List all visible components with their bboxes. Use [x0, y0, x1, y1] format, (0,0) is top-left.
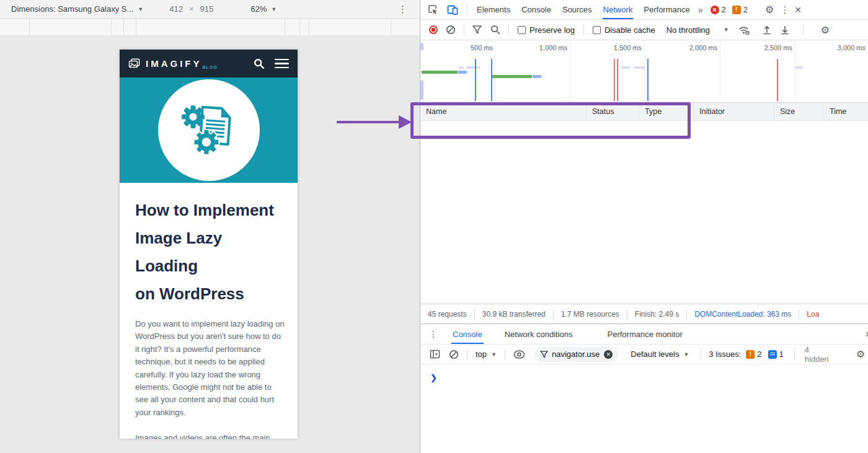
zoom-select[interactable]: 62% — [250, 4, 267, 14]
device-toolbar-menu-icon[interactable]: ⋮ — [398, 4, 407, 15]
search-icon[interactable] — [254, 58, 265, 69]
chevron-down-icon[interactable]: ▼ — [724, 27, 729, 33]
issue-info-icon — [768, 350, 777, 359]
import-har-icon[interactable] — [762, 25, 772, 35]
network-summary-bar: 45 requests 30.9 kB transferred 1.7 MB r… — [420, 304, 868, 323]
drawer-tab-network-conditions[interactable]: Network conditions — [497, 324, 580, 344]
network-conditions-icon[interactable] — [738, 25, 750, 35]
throttling-select[interactable]: No throttling — [666, 25, 710, 35]
annotation-arrow — [337, 121, 401, 123]
article-title: How to Implement Image Lazy Loading on W… — [135, 196, 285, 308]
devtools-panel: Elements Console Sources Network Perform… — [420, 0, 868, 453]
timeline-bar-green — [422, 71, 458, 74]
issues-badge-icon[interactable]: ! — [732, 6, 741, 14]
search-network-icon[interactable] — [490, 25, 500, 35]
console-toolbar: top ▼ navigator.use ✕ Default levels — [420, 345, 868, 364]
site-brand-suffix: BLOG — [203, 65, 218, 69]
timeline-tick: 1,500 ms — [596, 44, 642, 51]
more-tabs-icon[interactable]: » — [698, 5, 703, 15]
site-brand[interactable]: IMAGIFY — [146, 58, 202, 69]
imagify-logo-icon — [128, 58, 141, 69]
article-hero — [120, 77, 298, 183]
console-prompt-chevron-icon[interactable]: ❯ — [430, 373, 868, 382]
viewport-height-field[interactable]: 915 — [200, 4, 213, 14]
finish-time: Finish: 2.49 s — [627, 310, 686, 319]
hamburger-menu-icon[interactable] — [275, 59, 289, 69]
console-filter-pill[interactable]: navigator.use ✕ — [534, 347, 618, 362]
clear-network-log-icon[interactable] — [446, 25, 456, 35]
annotation-arrowhead — [399, 115, 412, 129]
settings-gear-icon[interactable]: ⚙ — [765, 4, 774, 15]
export-har-icon[interactable] — [780, 25, 790, 35]
device-dimensions-select[interactable]: Dimensions: Samsung Galaxy S... — [11, 4, 133, 14]
inspect-element-icon[interactable] — [428, 4, 438, 15]
chevron-down-icon[interactable]: ▼ — [138, 6, 143, 12]
column-header-initiator[interactable]: Initiator — [694, 103, 774, 120]
dcl-time: DOMContentLoaded: 363 ms — [687, 310, 799, 319]
device-toolbar-toggle-icon[interactable] — [447, 5, 458, 15]
device-emulation-area: Dimensions: Samsung Galaxy S... ▼ 412 × … — [0, 0, 420, 453]
timeline-bar-gray — [634, 66, 645, 69]
drawer-menu-icon[interactable]: ⋮ — [429, 329, 438, 339]
timeline-bar-gray — [466, 66, 480, 69]
hidden-messages-count[interactable]: 4 hidden — [805, 345, 829, 364]
viewport-width-field[interactable]: 412 — [169, 4, 183, 14]
drawer-tab-console[interactable]: Console — [445, 324, 490, 344]
timeline-bar-green — [492, 75, 532, 78]
network-overview-timeline[interactable]: 500 ms 1,000 ms 1,500 ms 2,000 ms 2,500 … — [420, 40, 868, 103]
close-devtools-icon[interactable]: ✕ — [794, 5, 802, 15]
timeline-tick: 500 ms — [447, 44, 493, 51]
load-time: Loa — [799, 310, 826, 319]
network-settings-gear-icon[interactable]: ⚙ — [821, 24, 830, 36]
filter-icon[interactable] — [472, 25, 482, 34]
drawer-close-icon[interactable]: ✕ — [865, 330, 868, 339]
preserve-log-checkbox[interactable]: Preserve log — [518, 25, 575, 35]
tab-performance[interactable]: Performance — [638, 0, 695, 19]
column-header-time[interactable]: Time — [824, 103, 868, 120]
devtools-menu-icon[interactable]: ⋮ — [780, 4, 789, 15]
clear-console-icon[interactable] — [449, 350, 459, 359]
resources-size: 1.7 MB resources — [554, 310, 627, 319]
table-header-row: Name Status Type Initiator Size Time — [420, 103, 868, 121]
load-marker — [777, 59, 778, 101]
error-badge-icon[interactable]: ✕ — [711, 6, 719, 14]
chevron-down-icon: ▼ — [683, 351, 689, 358]
column-header-type[interactable]: Type — [639, 103, 694, 120]
checkbox-icon[interactable] — [593, 26, 601, 34]
dcl-marker — [491, 59, 492, 101]
filter-icon — [540, 351, 548, 358]
chevron-down-icon[interactable]: ▼ — [271, 6, 277, 12]
issues-counter[interactable]: 3 Issues: ! 2 1 — [709, 350, 784, 359]
dcl-marker — [647, 59, 649, 101]
tab-network[interactable]: Network — [598, 0, 639, 19]
timeline-bar-gray — [795, 66, 803, 69]
checkbox-icon[interactable] — [518, 26, 526, 34]
console-settings-gear-icon[interactable]: ⚙ — [856, 348, 865, 360]
timeline-handle[interactable] — [420, 80, 423, 100]
live-expression-eye-icon[interactable] — [513, 350, 525, 359]
disable-cache-checkbox[interactable]: Disable cache — [593, 25, 655, 35]
tab-console[interactable]: Console — [516, 0, 557, 19]
context-select[interactable]: top ▼ — [476, 350, 497, 359]
log-levels-select[interactable]: Default levels ▼ — [631, 350, 689, 359]
article-paragraph: Images and videos are often the main rea… — [135, 432, 286, 439]
issue-warning-icon: ! — [746, 350, 755, 359]
column-header-size[interactable]: Size — [774, 103, 824, 120]
console-filter-value[interactable]: navigator.use — [552, 350, 600, 359]
dcl-marker — [475, 59, 476, 101]
chevron-down-icon: ▼ — [491, 351, 497, 358]
clear-filter-icon[interactable]: ✕ — [604, 350, 613, 359]
timeline-bar-blue — [533, 75, 541, 78]
timeline-handle[interactable] — [420, 43, 423, 50]
drawer-tab-performance-monitor[interactable]: Performance monitor — [600, 324, 690, 344]
load-marker — [617, 59, 618, 101]
console-sidebar-icon[interactable] — [430, 350, 440, 359]
timeline-tick: 2,500 ms — [746, 44, 792, 51]
record-network-log-icon[interactable] — [429, 25, 438, 34]
network-requests-table: Name Status Type Initiator Size Time — [420, 103, 868, 304]
column-header-name[interactable]: Name — [420, 103, 587, 120]
tab-elements[interactable]: Elements — [471, 0, 516, 19]
mobile-viewport: IMAGIFY BLOG — [120, 50, 298, 439]
column-header-status[interactable]: Status — [587, 103, 639, 120]
tab-sources[interactable]: Sources — [557, 0, 598, 19]
